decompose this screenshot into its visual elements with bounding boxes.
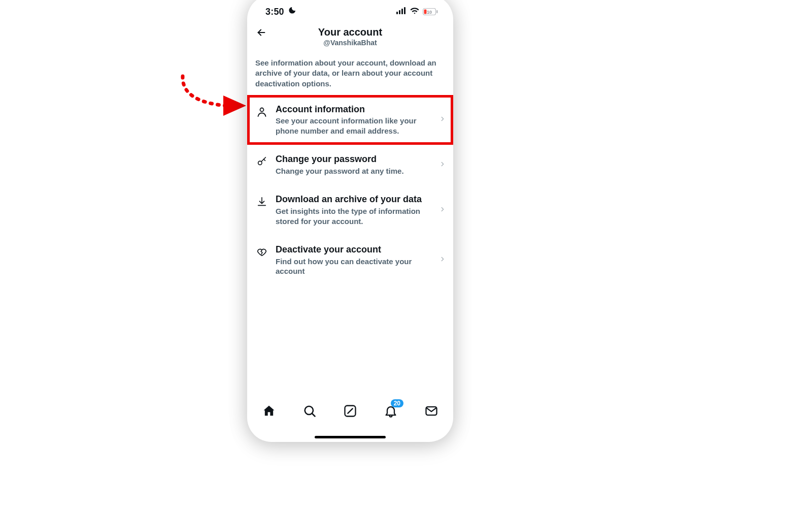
row-download-archive[interactable]: Download an archive of your data Get ins… [247, 185, 453, 235]
wifi-icon [410, 7, 420, 16]
row-change-password[interactable]: Change your password Change your passwor… [247, 145, 453, 185]
search-icon [302, 404, 317, 418]
svg-rect-4 [404, 7, 405, 14]
phone-frame: 3:50 [247, 0, 453, 442]
download-icon [255, 195, 268, 208]
svg-rect-2 [399, 10, 400, 14]
row-account-information[interactable]: Account information See your account inf… [247, 95, 453, 145]
back-button[interactable] [254, 25, 268, 40]
tab-bar: 20 [247, 390, 453, 442]
mail-icon [424, 404, 438, 418]
page-subtitle: @VanshikaBhat [254, 39, 446, 47]
row-title: Download an archive of your data [276, 194, 435, 205]
svg-rect-6 [436, 10, 438, 13]
status-time: 3:50 [265, 7, 284, 17]
tab-messages[interactable] [424, 403, 439, 419]
chevron-right-icon [439, 256, 446, 265]
page-header: Your account @VanshikaBhat [247, 23, 453, 50]
broken-heart-icon [255, 245, 268, 259]
status-bar: 3:50 [247, 0, 453, 20]
home-icon [262, 404, 276, 418]
tab-compose[interactable] [343, 403, 358, 419]
battery-percent: 10 [427, 10, 432, 15]
battery-icon: 10 [423, 8, 438, 15]
person-icon [255, 105, 268, 118]
tab-notifications[interactable]: 20 [383, 403, 398, 419]
tab-search[interactable] [302, 403, 317, 419]
row-subtitle: Get insights into the type of informatio… [276, 206, 435, 226]
chevron-right-icon [439, 206, 446, 215]
settings-list: Account information See your account inf… [247, 95, 453, 285]
do-not-disturb-icon [287, 6, 296, 18]
row-subtitle: Change your password at any time. [276, 166, 435, 176]
tab-home[interactable] [261, 403, 277, 419]
svg-rect-3 [401, 9, 403, 14]
chevron-right-icon [439, 161, 446, 170]
page-description: See information about your account, down… [247, 50, 453, 89]
row-title: Deactivate your account [276, 244, 435, 256]
svg-point-8 [260, 108, 264, 111]
chevron-right-icon [439, 115, 446, 124]
compose-icon [343, 404, 357, 418]
arrow-left-icon [256, 27, 267, 38]
key-icon [255, 155, 268, 168]
row-title: Change your password [276, 154, 435, 165]
svg-rect-7 [424, 10, 427, 14]
row-deactivate-account[interactable]: Deactivate your account Find out how you… [247, 235, 453, 285]
svg-rect-1 [396, 12, 398, 14]
notifications-badge: 20 [391, 399, 403, 407]
cellular-icon [396, 7, 407, 16]
home-indicator [315, 436, 386, 438]
row-title: Account information [276, 104, 435, 115]
page-title: Your account [254, 26, 446, 38]
row-subtitle: See your account information like your p… [276, 116, 435, 136]
row-subtitle: Find out how you can deactivate your acc… [276, 257, 435, 276]
svg-marker-0 [223, 96, 246, 116]
annotation-arrow [167, 81, 254, 137]
